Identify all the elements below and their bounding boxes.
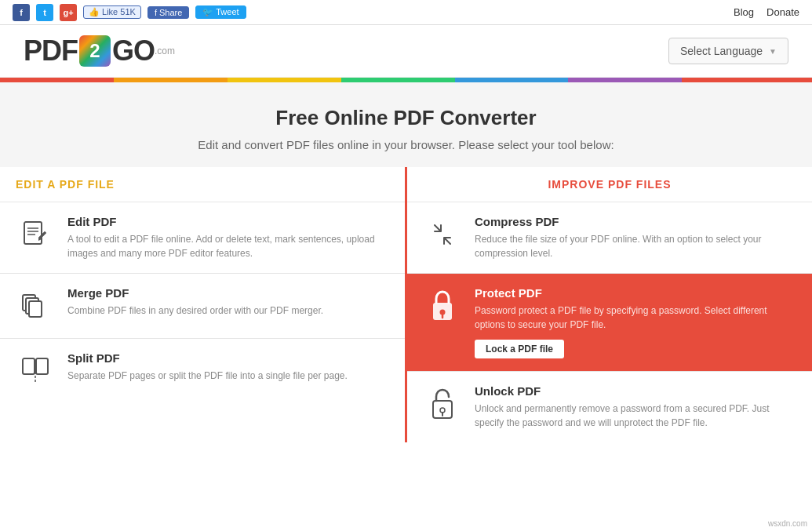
edit-pdf-column: EDIT A PDF FILE Edit PDF A tool to edit … <box>0 167 407 442</box>
protect-pdf-title: Protect PDF <box>475 286 796 300</box>
logo: PDF 2 GO.com <box>24 35 175 67</box>
protect-pdf-icon <box>423 286 462 326</box>
facebook-share-label: f Share <box>155 8 182 17</box>
twitter-icon[interactable]: t <box>36 4 53 21</box>
facebook-icon[interactable]: f <box>13 4 30 21</box>
lock-pdf-button[interactable]: Lock a PDF file <box>475 340 564 358</box>
logo-go-text: GO <box>112 35 155 67</box>
logo-pdf-text: PDF <box>24 35 78 67</box>
merge-pdf-desc: Combine PDF files in any desired order w… <box>67 304 323 318</box>
split-pdf-icon <box>16 351 55 391</box>
twitter-tweet-label: 🐦 Tweet <box>202 7 239 17</box>
merge-pdf-text: Merge PDF Combine PDF files in any desir… <box>67 286 323 318</box>
top-bar: f t g+ 👍 Like 51K f Share 🐦 Tweet Blog D… <box>0 0 812 25</box>
compress-pdf-title: Compress PDF <box>475 215 796 228</box>
facebook-like-button[interactable]: 👍 Like 51K <box>83 5 141 19</box>
unlock-pdf-title: Unlock PDF <box>475 384 796 398</box>
edit-pdf-title: Edit PDF <box>67 215 389 228</box>
edit-pdf-item[interactable]: Edit PDF A tool to edit a PDF file onlin… <box>0 202 405 273</box>
split-pdf-text: Split PDF Separate PDF pages or split th… <box>67 351 348 383</box>
edit-pdf-text: Edit PDF A tool to edit a PDF file onlin… <box>67 215 389 260</box>
unlock-pdf-text: Unlock PDF Unlock and permanently remove… <box>475 384 796 430</box>
header: PDF 2 GO.com Select Language ▼ <box>0 25 812 78</box>
select-language-label: Select Language <box>680 45 763 57</box>
blog-link[interactable]: Blog <box>734 6 754 18</box>
unlock-pdf-item[interactable]: Unlock PDF Unlock and permanently remove… <box>407 371 812 442</box>
merge-pdf-title: Merge PDF <box>67 286 323 300</box>
compress-pdf-desc: Reduce the file size of your PDF online.… <box>475 232 796 260</box>
split-pdf-item[interactable]: Split PDF Separate PDF pages or split th… <box>0 338 405 403</box>
svg-rect-0 <box>24 222 42 244</box>
merge-pdf-icon <box>16 286 55 326</box>
merge-pdf-item[interactable]: Merge PDF Combine PDF files in any desir… <box>0 273 405 338</box>
unlock-pdf-desc: Unlock and permanently remove a password… <box>475 402 796 430</box>
top-nav: Blog Donate <box>734 6 799 18</box>
facebook-like-label: 👍 Like 51K <box>89 7 136 17</box>
protect-pdf-item[interactable]: Protect PDF Password protect a PDF file … <box>407 273 812 371</box>
edit-pdf-icon <box>16 215 55 254</box>
logo-com-text: .com <box>155 45 175 56</box>
main-content: EDIT A PDF FILE Edit PDF A tool to edit … <box>0 167 812 442</box>
edit-pdf-desc: A tool to edit a PDF file online. Add or… <box>67 232 389 260</box>
split-pdf-title: Split PDF <box>67 351 348 365</box>
improve-pdf-column: IMPROVE PDF FILES Compress PDF Reduce th… <box>407 167 812 442</box>
compress-pdf-icon <box>423 215 462 254</box>
hero-section: Free Online PDF Converter Edit and conve… <box>0 82 812 167</box>
googleplus-icon[interactable]: g+ <box>60 4 77 21</box>
select-language-button[interactable]: Select Language ▼ <box>668 38 788 64</box>
split-pdf-desc: Separate PDF pages or split the PDF file… <box>67 369 348 383</box>
dropdown-caret-icon: ▼ <box>769 47 777 56</box>
hero-subtitle: Edit and convert PDF files online in you… <box>16 138 796 151</box>
logo-number: 2 <box>79 35 111 67</box>
facebook-share-button[interactable]: f Share <box>147 6 189 19</box>
svg-rect-6 <box>29 301 42 317</box>
edit-pdf-header: EDIT A PDF FILE <box>0 167 405 202</box>
social-buttons: f t g+ 👍 Like 51K f Share 🐦 Tweet <box>13 4 246 21</box>
compress-pdf-item[interactable]: Compress PDF Reduce the file size of you… <box>407 202 812 273</box>
improve-pdf-header: IMPROVE PDF FILES <box>407 167 812 202</box>
compress-pdf-text: Compress PDF Reduce the file size of you… <box>475 215 796 260</box>
protect-pdf-text: Protect PDF Password protect a PDF file … <box>475 286 796 358</box>
hero-title: Free Online PDF Converter <box>16 106 796 130</box>
donate-link[interactable]: Donate <box>766 6 799 18</box>
unlock-pdf-icon <box>423 384 462 424</box>
svg-rect-8 <box>36 358 48 374</box>
svg-rect-7 <box>23 358 35 374</box>
protect-pdf-desc: Password protect a PDF file by specifyin… <box>475 304 796 332</box>
twitter-tweet-button[interactable]: 🐦 Tweet <box>195 5 246 19</box>
